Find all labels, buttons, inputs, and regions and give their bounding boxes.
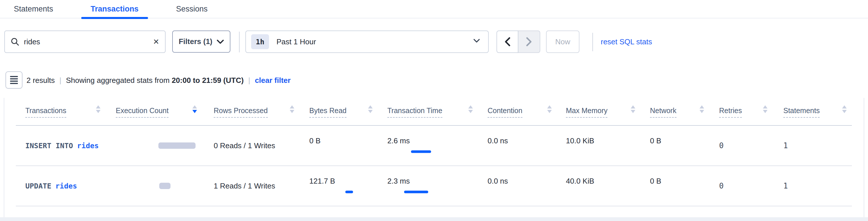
- time-range-selector[interactable]: 1h Past 1 Hour: [245, 31, 489, 53]
- results-count: 2 results: [27, 76, 55, 85]
- transaction-cell: INSERT INTOrides: [25, 126, 99, 165]
- clear-filter-link[interactable]: clear filter: [255, 76, 290, 85]
- contention-cell: 0.0 ns: [488, 166, 508, 206]
- time-window-pager: [496, 31, 540, 53]
- tab-statements[interactable]: Statements: [4, 0, 63, 18]
- clear-search-icon[interactable]: ✕: [150, 38, 159, 45]
- max-memory-bar: [566, 149, 594, 155]
- execution-count-bar: [158, 143, 195, 149]
- std-dev-bar: [404, 191, 428, 193]
- results-bar: 2 results | Showing aggregated stats fro…: [0, 69, 868, 92]
- transaction-time-cell: 2.6 ms: [388, 126, 410, 165]
- sort-control[interactable]: [96, 105, 100, 113]
- time-range-badge: 1h: [251, 34, 269, 49]
- bytes-read-cell: 121.7 B: [309, 166, 335, 206]
- sort-control[interactable]: [368, 105, 373, 113]
- controls-row: ✕ Filters (1) 1h Past 1 Hour Now reset S…: [0, 31, 868, 54]
- chevron-right-icon: [526, 37, 532, 46]
- search-input[interactable]: [24, 37, 150, 46]
- active-tab-underline: [81, 17, 148, 19]
- top-tab-bar: Statements Transactions Sessions: [0, 0, 868, 19]
- sort-control[interactable]: [700, 105, 704, 113]
- tab-label: Transactions: [91, 5, 139, 13]
- bytes-read-bar: [309, 189, 335, 195]
- tab-transactions[interactable]: Transactions: [81, 0, 148, 18]
- now-label: Now: [555, 37, 570, 46]
- sort-control[interactable]: [631, 105, 635, 113]
- column-header-max-memory[interactable]: Max Memory: [566, 106, 608, 115]
- menu-lines-icon: [10, 76, 18, 84]
- sql-statement: INSERT INTOrides: [25, 141, 99, 150]
- column-header-transaction-time[interactable]: Transaction Time: [388, 106, 442, 115]
- showing-stats-text: Showing aggregated stats from 20:00 to 2…: [66, 76, 244, 85]
- search-box[interactable]: ✕: [4, 31, 165, 53]
- tab-sessions[interactable]: Sessions: [166, 0, 217, 18]
- reset-sql-stats-link[interactable]: reset SQL stats: [601, 31, 652, 53]
- results-summary: 2 results | Showing aggregated stats fro…: [27, 69, 290, 92]
- time-window-text: 20:00 to 21:59 (UTC): [172, 76, 244, 85]
- transactions-table: Transactions Execution Count Rows Proces…: [4, 98, 864, 217]
- column-header-retries[interactable]: Retries: [719, 106, 742, 115]
- sort-control-active-desc[interactable]: [192, 105, 197, 113]
- chevron-down-icon: [473, 38, 480, 43]
- filters-label: Filters (1): [179, 37, 212, 46]
- transaction-time-bar: [388, 189, 410, 195]
- transaction-link[interactable]: rides: [55, 182, 77, 190]
- column-header-statements[interactable]: Statements: [783, 106, 819, 115]
- page-bottom-background: [0, 217, 868, 221]
- rows-processed-cell: 1 Reads / 1 Writes: [214, 166, 275, 206]
- execution-count-cell: 6: [116, 166, 214, 206]
- retries-cell: 0: [719, 166, 724, 206]
- statements-cell: 1: [783, 166, 788, 206]
- table-row: UPDATErides 6 1 Reads / 1 Writes 121.7 B…: [16, 166, 852, 206]
- search-icon: [11, 37, 19, 46]
- column-header-contention[interactable]: Contention: [488, 106, 522, 115]
- column-header-rows-processed[interactable]: Rows Processed: [214, 106, 268, 115]
- filters-button[interactable]: Filters (1): [172, 31, 230, 53]
- bytes-read-cell: 0 B: [309, 126, 320, 165]
- sort-control[interactable]: [547, 105, 552, 113]
- separator: |: [244, 76, 255, 85]
- next-time-window-button[interactable]: [518, 31, 540, 53]
- max-memory-cell: 10.0 KiB: [566, 126, 594, 165]
- sort-control[interactable]: [842, 105, 847, 113]
- max-memory-bar: [566, 189, 594, 195]
- tab-label: Statements: [14, 5, 53, 13]
- sql-statement: UPDATErides: [25, 182, 77, 190]
- separator: |: [55, 76, 66, 85]
- statements-cell: 1: [783, 126, 788, 165]
- transaction-link[interactable]: rides: [77, 141, 99, 150]
- transaction-time-cell: 2.3 ms: [388, 166, 410, 206]
- execution-count-bar: [159, 183, 170, 189]
- max-memory-cell: 40.0 KiB: [566, 166, 594, 206]
- column-header-execution-count[interactable]: Execution Count: [116, 106, 168, 115]
- network-cell: 0 B: [650, 126, 661, 165]
- chevron-down-icon: [217, 39, 224, 44]
- previous-time-window-button[interactable]: [496, 31, 518, 53]
- table-header-row: Transactions Execution Count Rows Proces…: [16, 98, 852, 126]
- rows-processed-cell: 0 Reads / 1 Writes: [214, 126, 275, 165]
- tab-label: Sessions: [176, 5, 208, 13]
- divider: [239, 32, 240, 52]
- column-header-transactions[interactable]: Transactions: [25, 106, 66, 115]
- network-cell: 0 B: [650, 166, 661, 206]
- execution-count-cell: 38: [116, 126, 214, 165]
- column-header-bytes-read[interactable]: Bytes Read: [309, 106, 346, 115]
- sort-control[interactable]: [468, 105, 473, 113]
- transaction-cell: UPDATErides: [25, 166, 77, 206]
- time-range-label: Past 1 Hour: [276, 37, 316, 46]
- sort-control[interactable]: [290, 105, 294, 113]
- divider: [592, 33, 593, 51]
- now-button[interactable]: Now: [546, 31, 580, 53]
- column-header-network[interactable]: Network: [650, 106, 677, 115]
- transaction-time-bar: [388, 149, 410, 155]
- sort-control[interactable]: [763, 105, 768, 113]
- std-dev-bar: [411, 151, 431, 153]
- contention-cell: 0.0 ns: [488, 126, 508, 165]
- column-selector-button[interactable]: [5, 71, 23, 89]
- table-row: INSERT INTOrides 38 0 Reads / 1 Writes 0…: [16, 126, 852, 166]
- chevron-left-icon: [504, 37, 510, 46]
- retries-cell: 0: [719, 126, 724, 165]
- std-dev-bar: [345, 191, 353, 193]
